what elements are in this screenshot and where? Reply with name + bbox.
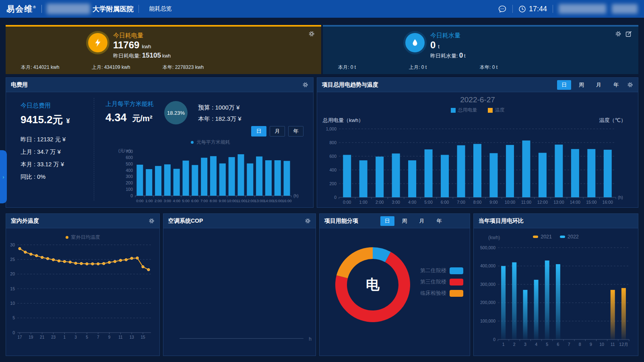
cost-stat-yoy: 同比 : 0% <box>21 171 94 183</box>
cost-stat-this-month: 本月 : 33.12 万 ¥ <box>21 158 94 171</box>
svg-text:15:00: 15:00 <box>273 199 283 203</box>
legend-item[interactable]: 第三住院楼 <box>420 278 463 285</box>
legend-item-temperature[interactable]: 温度 <box>488 107 505 114</box>
breakdown-panel-header: 项目用能分项 日 周 月 年 <box>320 214 470 228</box>
svg-text:15:00: 15:00 <box>586 200 597 205</box>
temperature-panel-header: 室内外温度 <box>6 214 159 228</box>
nav-left: 易会维® 大学附属医院 能耗总览 <box>6 4 172 14</box>
tab-week[interactable]: 周 <box>574 80 588 90</box>
legend-item-2021[interactable]: 2021 <box>533 234 552 240</box>
gear-icon[interactable] <box>308 31 315 37</box>
tab-month[interactable]: 月 <box>592 80 606 90</box>
cop-panel-body: h <box>163 228 316 356</box>
legend-label: 温度 <box>495 107 505 114</box>
temperature-panel: 室内外温度 室外日均温度 051015202530171921231357911… <box>6 213 160 356</box>
chevron-right-icon: › <box>2 174 4 180</box>
svg-text:6:00: 6:00 <box>441 200 449 205</box>
tab-day[interactable]: 日 <box>380 216 394 226</box>
tab-month[interactable]: 月 <box>270 126 285 137</box>
svg-text:8:00: 8:00 <box>473 200 482 205</box>
legend-item[interactable]: 第二住院楼 <box>420 267 463 274</box>
tab-year[interactable]: 年 <box>288 126 303 137</box>
gear-icon[interactable] <box>627 82 633 88</box>
gear-icon[interactable] <box>302 82 308 88</box>
legend-dot <box>191 141 194 144</box>
svg-text:30: 30 <box>10 242 15 247</box>
legend-item[interactable]: 临床检验楼 <box>420 290 463 297</box>
svg-text:1:00: 1:00 <box>359 200 367 205</box>
breakdown-panel: 项目用能分项 日 周 月 年 电 第二住 <box>319 213 470 356</box>
nav-menu-energy-overview[interactable]: 能耗总览 <box>149 5 172 12</box>
electric-card-texts: 今日耗电量 11769kwh 昨日耗电量:15105kwh <box>113 32 171 60</box>
tab-year[interactable]: 年 <box>432 216 446 226</box>
svg-text:2:00: 2:00 <box>155 199 162 203</box>
svg-text:800: 800 <box>329 140 336 145</box>
legend-label: 2021 <box>541 234 552 240</box>
temperature-legend[interactable]: 室外日均温度 <box>6 234 159 241</box>
temperature-panel-body: 室外日均温度 0510152025301719212313579111315 <box>6 228 159 356</box>
svg-text:0:00: 0:00 <box>136 199 144 203</box>
budget-block: 预算 : 1000万 ¥ 本年 : 182.3万 ¥ <box>198 102 242 124</box>
yoy-panel: 当年项目用电环比 (kwh) 2021 2022 0100,000200,000… <box>473 213 638 356</box>
cost-chart-legend[interactable]: 元每平方米能耗 <box>116 139 305 146</box>
legend-swatch <box>450 290 463 297</box>
svg-text:8:00: 8:00 <box>210 199 217 203</box>
svg-text:12:00: 12:00 <box>537 200 548 205</box>
message-bubble-icon[interactable] <box>498 4 507 13</box>
electric-yesterday-unit: kwh <box>162 53 171 59</box>
tab-day[interactable]: 日 <box>557 80 571 90</box>
legend-item-2022[interactable]: 2022 <box>560 234 579 240</box>
svg-text:11: 11 <box>118 335 123 339</box>
legend-swatch <box>533 236 538 238</box>
tab-day[interactable]: 日 <box>251 126 266 137</box>
svg-text:300: 300 <box>126 174 133 179</box>
hospital-name: 大学附属医院 <box>93 4 134 14</box>
edit-icon[interactable] <box>625 31 632 37</box>
sqm-label: 上月每平方米能耗 <box>105 100 154 108</box>
svg-text:5: 5 <box>546 342 548 347</box>
cost-chart-block: 元每平方米能耗 01002003004005006007000:001:002:… <box>116 137 305 208</box>
svg-text:7:00: 7:00 <box>457 200 465 205</box>
legend-label: 总用电量 <box>458 107 477 114</box>
side-drawer-handle[interactable]: › <box>0 150 7 203</box>
tab-week[interactable]: 周 <box>398 216 412 226</box>
svg-text:14:00: 14:00 <box>570 200 580 205</box>
row-3: 室内外温度 室外日均温度 051015202530171921231357911… <box>6 213 638 356</box>
svg-text:500,000: 500,000 <box>480 245 495 250</box>
gear-icon[interactable] <box>305 218 311 224</box>
gear-icon[interactable] <box>149 218 155 224</box>
water-value-unit: t <box>438 43 440 50</box>
svg-text:4:00: 4:00 <box>408 200 417 205</box>
trend-period-tabs: 日 周 月 年 <box>554 80 623 90</box>
electric-year-stat: 本年: 2278323 kwh <box>163 64 233 71</box>
yoy-panel-header: 当年项目用电环比 <box>474 214 638 228</box>
svg-text:(h): (h) <box>618 195 623 200</box>
svg-text:8: 8 <box>579 342 581 347</box>
svg-text:14:00: 14:00 <box>264 199 273 203</box>
svg-text:13:00: 13:00 <box>553 200 564 205</box>
temperature-panel-title: 室内外温度 <box>11 217 39 225</box>
legend-dot <box>66 236 68 239</box>
svg-text:1,000: 1,000 <box>326 126 336 131</box>
legend-item-energy[interactable]: 总用电量 <box>451 107 477 114</box>
svg-text:400: 400 <box>329 168 336 172</box>
breakdown-period-tabs: 日 周 月 年 <box>377 216 446 226</box>
legend-label: 元每平方米能耗 <box>196 139 230 146</box>
svg-text:3: 3 <box>74 335 77 339</box>
legend-label: 2022 <box>568 234 579 240</box>
water-summary-card: 今日耗水量 0t 昨日耗水量:0t 本月: 0 t 上月: 0 t 本年: 0 … <box>323 25 638 74</box>
svg-text:2: 2 <box>513 342 516 347</box>
redacted-project-selector <box>559 4 606 14</box>
sqm-value: 4.34元/m² <box>105 112 154 124</box>
electric-cost-panel: 电费用 今日总费用 9415.2元¥ 昨日 : 12132 元 ¥ 上月 : 3… <box>6 77 314 208</box>
tab-year[interactable]: 年 <box>609 80 623 90</box>
svg-text:100,000: 100,000 <box>480 319 495 323</box>
svg-text:20: 20 <box>10 271 15 276</box>
gear-icon[interactable] <box>615 31 621 37</box>
water-year-stat: 本年: 0 t <box>480 64 551 71</box>
tab-month[interactable]: 月 <box>415 216 429 226</box>
currency-symbol: ¥ <box>66 118 70 124</box>
breakdown-donut-chart: 电 <box>333 245 412 324</box>
svg-text:17: 17 <box>17 335 22 339</box>
electric-today-value: 11769kwh <box>113 39 171 51</box>
